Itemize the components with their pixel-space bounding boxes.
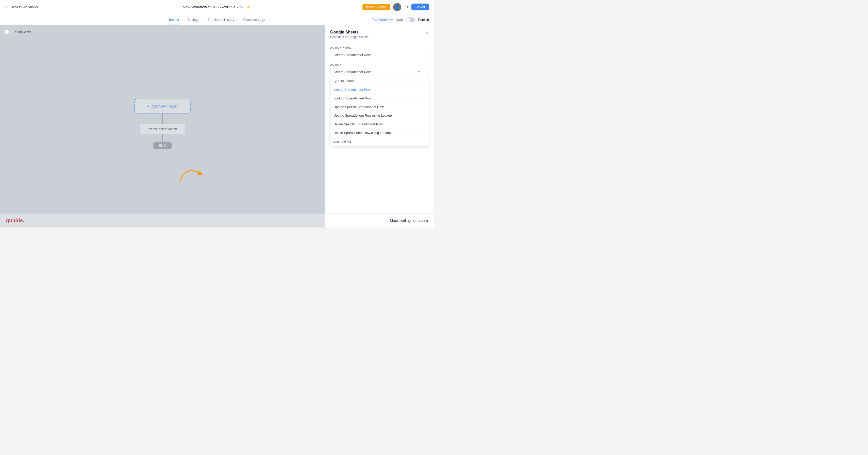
- header-center: New Workflow : 1706652062945 ✎ ⚡: [183, 4, 251, 10]
- footer-tagline: Made with guidde.com: [390, 218, 428, 223]
- menu-item-update-specific[interactable]: Update Specific Spreadsheet Row: [331, 103, 429, 111]
- header: ← Back to Workflows New Workflow : 17066…: [0, 0, 434, 14]
- end-node: END: [153, 141, 172, 149]
- action-search-input[interactable]: [333, 78, 426, 84]
- edit-icon[interactable]: ✎: [240, 5, 243, 9]
- action-dropdown: Create Spreadsheet Row ▼ Create Spreadsh…: [330, 68, 429, 76]
- publish-button[interactable]: Publish: [418, 18, 429, 22]
- plus-icon: +: [147, 104, 149, 108]
- menu-item-create[interactable]: Create Spreadsheet Row: [331, 86, 429, 94]
- back-label: Back to Workflows: [11, 5, 38, 9]
- panel-subtitle: Send data to Google Sheets: [330, 35, 369, 39]
- footer-logo: guidde.: [6, 218, 24, 223]
- draft-toggle[interactable]: [406, 17, 415, 22]
- menu-item-lookup[interactable]: Lookup Spreadsheet Row: [331, 94, 429, 103]
- add-trigger-box[interactable]: + Add New Trigger: [134, 99, 191, 113]
- action-name-label: ACTION NAME: [330, 46, 429, 49]
- saved-button[interactable]: Saved: [411, 4, 429, 10]
- action-selected-value: Create Spreadsheet Row: [334, 70, 371, 74]
- arrow-annotation: [178, 163, 208, 184]
- guidde-logo-text: guidde.: [6, 218, 24, 223]
- menu-item-update-lookup[interactable]: Update Spreadsheet Row using Lookup: [331, 111, 429, 120]
- lightning-icon: ⚡: [246, 4, 251, 10]
- action-name-input[interactable]: [330, 51, 429, 59]
- clock-icon[interactable]: ⏲: [404, 5, 408, 9]
- action-dropdown-menu: Create Spreadsheet Row Lookup Spreadshee…: [330, 76, 429, 146]
- toggle-knob: [406, 18, 410, 22]
- svg-marker-0: [197, 171, 203, 175]
- right-panel: Google Sheets Send data to Google Sheets…: [325, 25, 434, 228]
- tab-settings[interactable]: Settings: [187, 15, 199, 25]
- connector-line-1: [162, 113, 163, 124]
- tab-execution-logs[interactable]: Execution Logs: [242, 15, 265, 25]
- stats-view-label: Stats View: [15, 30, 31, 34]
- action-placeholder[interactable]: Please select action: [140, 124, 186, 134]
- panel-title: Google Sheets: [330, 30, 369, 34]
- back-to-workflows-link[interactable]: ← Back to Workflows: [5, 5, 38, 9]
- workflow-area: + Add New Trigger Please select action E…: [134, 99, 191, 149]
- menu-item-delete-specific[interactable]: Delete Specific Spreadsheet Row: [331, 120, 429, 129]
- stats-toggle-area: Stats View: [4, 29, 31, 34]
- tab-builder[interactable]: Builder: [169, 15, 179, 25]
- support-button[interactable]: topline Support: [363, 4, 390, 10]
- footer: guidde. Made with guidde.com: [0, 213, 434, 228]
- header-right: topline Support 👤 ⏲ Saved: [363, 3, 429, 11]
- panel-close-button[interactable]: ✕: [425, 30, 429, 35]
- action-field-label: ACTION: [330, 63, 429, 66]
- avatar: 👤: [393, 3, 401, 11]
- stats-view-toggle[interactable]: [4, 29, 13, 34]
- stats-toggle-knob: [5, 30, 9, 34]
- back-arrow-icon: ←: [5, 5, 9, 9]
- connector-line-2: [162, 134, 163, 141]
- panel-body: ACTION NAME ACTION Create Spreadsheet Ro…: [325, 42, 434, 228]
- panel-title-area: Google Sheets Send data to Google Sheets: [330, 30, 369, 39]
- workflow-title: New Workflow : 1706652062945: [183, 5, 238, 9]
- dropdown-arrow-icon: ▼: [417, 70, 421, 74]
- action-dropdown-trigger[interactable]: Create Spreadsheet Row ▼: [330, 68, 429, 76]
- menu-item-delete-lookup[interactable]: Delete Spreadsheet Row using Lookup: [331, 129, 429, 137]
- main-area: Stats View + Add New Trigger Please sele…: [0, 25, 434, 228]
- nav-right-actions: Test Workflow Draft Publish: [372, 17, 429, 22]
- menu-item-example[interactable]: example list: [331, 137, 429, 146]
- nav-tabs: Builder Settings Enrollment History Exec…: [0, 14, 434, 25]
- canvas: Stats View + Add New Trigger Please sele…: [0, 25, 325, 228]
- search-box: [331, 76, 429, 86]
- panel-header: Google Sheets Send data to Google Sheets…: [325, 25, 434, 42]
- draft-label: Draft: [396, 18, 403, 22]
- test-workflow-button[interactable]: Test Workflow: [372, 18, 393, 22]
- trigger-label: Add New Trigger: [152, 104, 178, 108]
- tab-enrollment-history[interactable]: Enrollment History: [207, 15, 234, 25]
